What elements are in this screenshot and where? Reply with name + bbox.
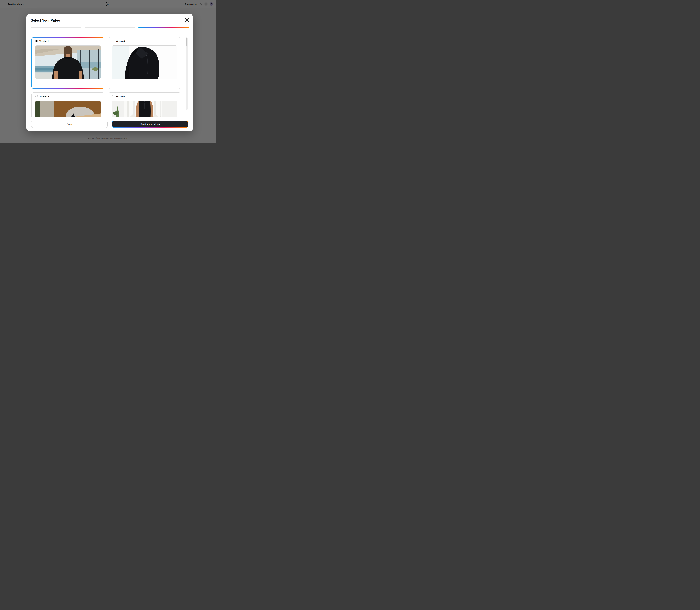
versions-scroll-area: Version 1 [26,33,193,116]
version-2-radio[interactable] [112,40,114,42]
close-icon [185,18,189,22]
version-3-radio[interactable] [35,95,38,97]
version-3-label: Version 3 [39,95,49,97]
back-button[interactable]: Back [31,121,108,128]
video-still-man-back-ocean-room [35,46,100,79]
version-card-3[interactable]: Version 3 [32,93,104,116]
version-card-1[interactable]: Version 1 [32,37,104,89]
version-card-2[interactable]: Version 2 [108,37,181,89]
scrollbar-thumb[interactable] [186,38,187,46]
page: Creative Library UA Organization [0,0,216,143]
select-video-modal: Select Your Video Version 1 [26,14,193,131]
video-still-man-in-living-room [112,101,177,116]
progress-steps [31,27,189,28]
version-1-radio[interactable] [35,40,38,42]
scrollbar-track[interactable] [186,37,188,110]
progress-step-2 [84,27,135,28]
video-still-polo-product-shot [112,46,177,79]
render-video-button[interactable]: Render Your Video [112,121,188,128]
version-4-thumbnail [112,100,177,116]
version-1-thumbnail [35,45,101,79]
version-1-label: Version 1 [39,40,49,42]
progress-step-3-active [139,27,189,28]
modal-title: Select Your Video [31,18,60,22]
version-4-label: Version 4 [116,95,126,97]
close-button[interactable] [185,18,189,22]
progress-step-1 [31,27,81,28]
version-2-label: Version 2 [116,40,126,42]
version-4-radio[interactable] [112,95,114,97]
video-still-folded-polo-on-table [35,101,100,116]
version-3-thumbnail [35,100,101,116]
version-2-thumbnail [112,45,177,79]
version-card-4[interactable]: Version 4 [108,93,181,116]
